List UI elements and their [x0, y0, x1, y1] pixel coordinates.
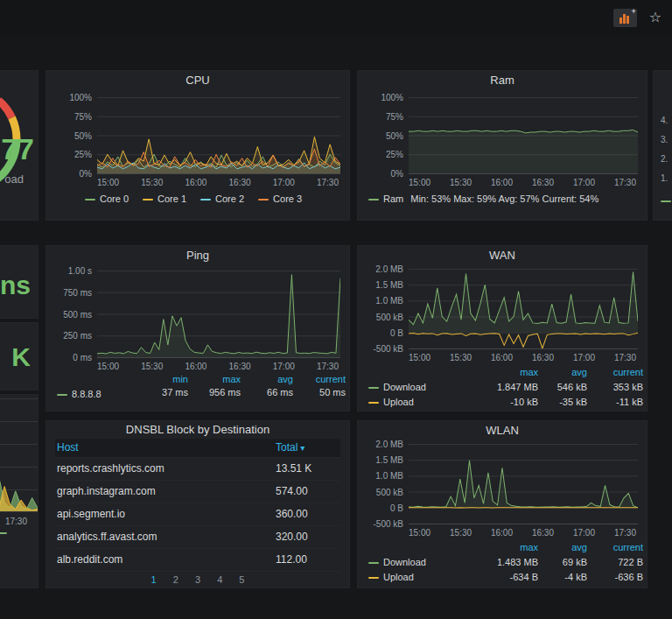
page-button[interactable]: 1 — [151, 574, 157, 585]
x-axis: 15:00 15:30 16:00 16:30 17:00 17:30 — [409, 353, 636, 362]
column-header-total[interactable]: Total — [263, 439, 340, 457]
stat-header[interactable]: current — [293, 373, 346, 386]
host-cell: reports.crashlytics.com — [55, 458, 263, 480]
ram-legend-stats: Min: 53% Max: 59% Avg: 57% Current: 54% — [410, 193, 598, 204]
add-panel-button[interactable] — [613, 9, 637, 27]
legend-item[interactable]: Upload — [368, 395, 480, 410]
legend-value: -636 B — [587, 570, 643, 585]
stat-value: K — [11, 342, 31, 372]
legend-item[interactable]: Core 0 — [85, 193, 129, 204]
wlan-chart[interactable] — [409, 444, 638, 524]
ping-legend: 8.8.8.8 min max avg current 37 ms 956 ms… — [57, 373, 346, 399]
legend-item[interactable]: Core 2 — [200, 193, 244, 204]
panel-cpu: CPU 100% 75% 50% 25% 0% 15:00 15:30 16:0… — [46, 70, 350, 221]
y-axis: 2.0 MB 1.5 MB 1.0 MB 500 kB 0 B -500 kB — [367, 440, 403, 529]
legend-col-header[interactable]: current — [587, 540, 643, 555]
page-button[interactable]: 5 — [239, 574, 244, 585]
stat-value: 956 ms — [188, 386, 241, 399]
mini-chart[interactable] — [0, 398, 38, 511]
wan-plot[interactable] — [409, 269, 638, 349]
y-axis: 4. 3. 2. 1. — [661, 111, 668, 188]
add-panel-icon — [620, 14, 629, 24]
dnsbl-table: Host Total reports.crashlytics.com 13.51… — [55, 439, 340, 572]
legend-col-header[interactable]: avg — [538, 365, 587, 380]
legend-item[interactable]: Download — [368, 380, 480, 395]
legend-item[interactable]: Download — [368, 555, 480, 570]
series-dash-icon — [368, 577, 379, 579]
legend-value: 353 kB — [587, 380, 643, 395]
x-axis: 15:00 15:30 16:00 16:30 17:00 17:30 — [409, 178, 636, 187]
host-cell: api.segment.io — [55, 503, 263, 525]
wan-chart[interactable] — [409, 269, 638, 348]
total-cell: 320.00 — [263, 526, 340, 548]
legend-value: -4 kB — [538, 570, 587, 585]
legend-col-header[interactable]: max — [480, 540, 538, 555]
total-cell: 112.00 — [263, 549, 340, 571]
series-dash-icon — [258, 199, 269, 200]
host-cell: alb.reddit.com — [55, 549, 263, 571]
ram-legend[interactable]: RamMin: 53% Max: 59% Avg: 57% Current: 5… — [368, 193, 647, 204]
wlan-plot[interactable] — [409, 444, 638, 524]
series-dash-icon — [368, 387, 379, 389]
panel-title[interactable]: Ping — [46, 246, 349, 265]
legend-item[interactable]: Core 3 — [258, 193, 302, 204]
legend-value: 69 kB — [538, 555, 587, 570]
page-button[interactable]: 4 — [217, 574, 222, 585]
ping-chart[interactable] — [97, 271, 340, 357]
legend-value: 1.847 MB — [480, 380, 538, 395]
panel-right-partial: 4. 3. 2. 1. — [653, 70, 672, 221]
panel-load-gauge: 77 oad — [0, 70, 38, 221]
cpu-plot[interactable] — [97, 97, 340, 174]
navbar: ☆ — [0, 0, 672, 35]
ping-stats: min max avg current 37 ms 956 ms 66 ms 5… — [136, 373, 346, 399]
panel-title[interactable]: WLAN — [358, 421, 647, 440]
series-dash-icon — [0, 532, 7, 534]
x-axis-tick: 17:30 — [5, 517, 27, 526]
panel-mini-chart: 17:30 — [0, 394, 38, 588]
mini-plot[interactable] — [0, 398, 38, 512]
panel-title[interactable]: CPU — [46, 71, 349, 90]
total-cell: 360.00 — [263, 503, 340, 525]
gauge-value: 77 — [1, 132, 34, 166]
wlan-legend-table: max avg current Download 1.483 MB 69 kB … — [368, 540, 643, 585]
legend-col-header[interactable]: current — [587, 365, 643, 380]
legend-value: 546 kB — [538, 380, 587, 395]
x-axis: 15:00 15:30 16:00 16:30 17:00 17:30 — [97, 362, 339, 371]
legend-value: -11 kB — [587, 395, 643, 410]
stat-header[interactable]: max — [188, 373, 241, 386]
page-button[interactable]: 2 — [173, 574, 178, 585]
table-row: alb.reddit.com 112.00 — [55, 549, 340, 572]
y-axis: 2.0 MB 1.5 MB 1.0 MB 500 kB 0 B -500 kB — [367, 264, 403, 354]
x-axis: 15:00 15:30 16:00 16:30 17:00 17:30 — [97, 178, 339, 187]
host-cell: graph.instagram.com — [55, 481, 263, 503]
ping-plot[interactable] — [97, 271, 340, 358]
panel-ram: Ram 100% 75% 50% 25% 0% 15:00 15:30 16:0… — [357, 70, 648, 221]
stat-header[interactable]: avg — [241, 373, 293, 386]
legend-item[interactable]: 8.8.8.8 — [57, 389, 102, 399]
y-axis: 100% 75% 50% 25% 0% — [55, 93, 92, 179]
legend-col-header[interactable]: max — [480, 365, 538, 380]
panel-stat-top: ns — [0, 245, 38, 319]
series-dash-icon — [368, 562, 379, 564]
legend-col-header[interactable]: avg — [538, 540, 587, 555]
legend-value: -35 kB — [538, 395, 587, 410]
star-icon[interactable]: ☆ — [649, 11, 662, 25]
stat-value: 66 ms — [241, 386, 293, 399]
wan-legend-table: max avg current Download 1.847 MB 546 kB… — [368, 365, 643, 410]
panel-title[interactable]: WAN — [358, 246, 647, 265]
stat-header[interactable]: min — [136, 373, 188, 386]
page-button[interactable]: 3 — [195, 574, 200, 585]
panel-title[interactable]: Ram — [358, 71, 647, 90]
series-dash-icon — [57, 394, 67, 396]
legend-item[interactable]: Core 1 — [143, 193, 186, 204]
stat-value: 50 ms — [293, 386, 346, 399]
legend-value: -634 B — [480, 570, 538, 585]
panel-wlan: WLAN 2.0 MB 1.5 MB 1.0 MB 500 kB 0 B -50… — [357, 420, 648, 588]
legend-value: 1.483 MB — [480, 555, 538, 570]
ram-chart[interactable] — [409, 97, 638, 173]
cpu-chart[interactable] — [97, 97, 340, 173]
column-header-host[interactable]: Host — [55, 439, 263, 457]
legend-item[interactable]: Upload — [368, 570, 480, 585]
panel-title[interactable]: DNSBL Block by Destination — [46, 421, 349, 439]
ram-plot[interactable] — [409, 97, 638, 174]
